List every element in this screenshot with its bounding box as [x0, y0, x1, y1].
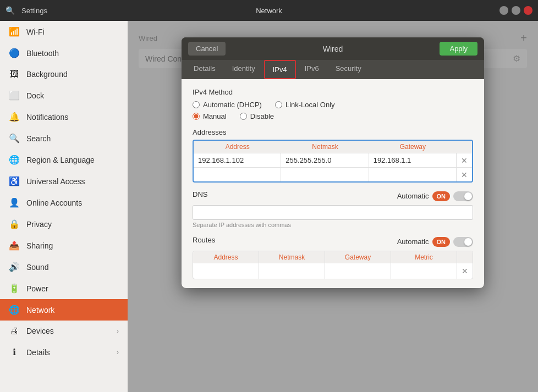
netmask-cell-2[interactable]	[281, 168, 369, 181]
sidebar-item-bluetooth[interactable]: 🔵Bluetooth	[0, 42, 128, 64]
delete-row-2-button[interactable]: ✕	[457, 168, 472, 181]
sidebar-item-power[interactable]: 🔋Power	[0, 278, 128, 299]
addresses-table: Address Netmask Gateway	[193, 140, 473, 183]
disable-option[interactable]: Disable	[240, 112, 274, 120]
sidebar-item-notifications[interactable]: 🔔Notifications	[0, 106, 128, 128]
maximize-button[interactable]	[512, 6, 520, 15]
dns-toggle-container: Automatic ON	[397, 191, 473, 201]
route-metric-header: Metric	[391, 251, 457, 263]
manual-option[interactable]: Manual	[193, 112, 227, 120]
actions-col-header	[457, 141, 472, 153]
bluetooth-icon: 🔵	[9, 48, 20, 58]
route-metric-input-1[interactable]	[396, 267, 452, 275]
gateway-cell-1[interactable]	[369, 153, 457, 167]
route-netmask-cell-1[interactable]	[259, 263, 325, 279]
routes-section: Routes Automatic ON Address Netmask	[193, 236, 473, 279]
route-address-cell-1[interactable]	[193, 263, 259, 279]
dns-input[interactable]	[193, 205, 473, 220]
sidebar-item-network[interactable]: 🌐Network	[0, 299, 128, 321]
route-gateway-input-1[interactable]	[330, 267, 386, 275]
sidebar-item-region[interactable]: 🌐Region & Language	[0, 149, 128, 170]
address-cell-2[interactable]	[194, 168, 281, 181]
disable-radio[interactable]	[240, 113, 247, 120]
details-icon: ℹ	[9, 347, 20, 357]
sidebar-item-online_accounts[interactable]: 👤Online Accounts	[0, 192, 128, 213]
gateway-input-1[interactable]	[374, 156, 452, 164]
route-gateway-cell-1[interactable]	[325, 263, 391, 279]
dns-toggle-switch[interactable]	[453, 191, 473, 201]
sidebar-item-sound[interactable]: 🔊Sound	[0, 256, 128, 278]
devices-arrow-icon: ›	[117, 327, 119, 335]
tab-security[interactable]: Security	[328, 60, 369, 79]
sidebar-item-devices[interactable]: 🖨Devices›	[0, 321, 128, 341]
sidebar-item-background[interactable]: 🖼Background	[0, 64, 128, 85]
manual-label: Manual	[203, 112, 227, 120]
manual-radio[interactable]	[193, 113, 200, 120]
universal-icon: ♿	[9, 176, 20, 186]
sidebar-item-search[interactable]: 🔍Search	[0, 128, 128, 149]
tab-ipv4[interactable]: IPv4	[264, 60, 296, 79]
netmask-input-1[interactable]	[286, 156, 364, 164]
content-area: Wired + Wired Connection ⚙ Cancel Wired …	[128, 21, 538, 392]
routes-table: Address Netmask Gateway Metric	[193, 251, 473, 279]
tab-ipv6[interactable]: IPv6	[297, 60, 327, 79]
link-local-option[interactable]: Link-Local Only	[275, 101, 335, 109]
delete-row-1-button[interactable]: ✕	[457, 153, 472, 167]
sidebar-item-label-sound: Sound	[26, 263, 119, 272]
sidebar-item-sharing[interactable]: 📤Sharing	[0, 235, 128, 256]
sidebar-item-label-sharing: Sharing	[26, 241, 119, 250]
online_accounts-icon: 👤	[9, 197, 20, 208]
background-icon: 🖼	[9, 69, 20, 79]
gateway-input-2[interactable]	[374, 170, 452, 179]
netmask-input-2[interactable]	[286, 170, 364, 179]
sidebar-item-label-search: Search	[26, 134, 119, 143]
address-row-2: ✕	[194, 168, 472, 181]
routes-table-header: Address Netmask Gateway Metric	[193, 251, 473, 263]
address-row-1: ✕	[194, 153, 472, 168]
sidebar-item-universal[interactable]: ♿Universal Access	[0, 170, 128, 192]
sidebar-item-privacy[interactable]: 🔒Privacy	[0, 213, 128, 235]
wired-dialog: Cancel Wired Apply DetailsIdentityIPv4IP…	[182, 37, 484, 288]
link-local-radio[interactable]	[275, 101, 282, 108]
method-options: Automatic (DHCP) Link-Local Only	[193, 101, 473, 109]
automatic-dhcp-option[interactable]: Automatic (DHCP)	[193, 101, 262, 109]
routes-toggle-switch[interactable]	[453, 237, 473, 247]
tab-identity[interactable]: Identity	[224, 60, 263, 79]
route-address-input-1[interactable]	[197, 267, 254, 275]
addresses-section: Addresses Address Netmask Gateway	[193, 128, 473, 183]
close-button[interactable]	[524, 6, 532, 15]
details-arrow-icon: ›	[117, 349, 119, 356]
dialog-titlebar: Cancel Wired Apply	[182, 37, 484, 60]
tab-details[interactable]: Details	[186, 60, 223, 79]
dns-hint: Separate IP addresses with commas	[193, 222, 473, 228]
sidebar-item-label-wifi: Wi-Fi	[26, 27, 119, 36]
sidebar-item-label-notifications: Notifications	[26, 113, 119, 122]
modal-overlay: Cancel Wired Apply DetailsIdentityIPv4IP…	[128, 21, 538, 392]
netmask-cell-1[interactable]	[281, 153, 369, 167]
method-label: IPv4 Method	[193, 88, 473, 96]
sidebar-item-label-bluetooth: Bluetooth	[26, 49, 119, 58]
delete-route-1-button[interactable]: ✕	[457, 263, 473, 279]
minimize-button[interactable]	[499, 6, 508, 15]
address-cell-1[interactable]	[194, 153, 281, 167]
sidebar-item-dock[interactable]: ⬜Dock	[0, 85, 128, 106]
sidebar-item-wifi[interactable]: 📶Wi-Fi	[0, 21, 128, 42]
route-netmask-header: Netmask	[259, 251, 325, 263]
route-metric-cell-1[interactable]	[391, 263, 457, 279]
gateway-cell-2[interactable]	[369, 168, 457, 181]
routes-toggle-on-label: ON	[432, 237, 451, 247]
sidebar-item-details[interactable]: ℹDetails›	[0, 341, 128, 363]
addresses-table-header: Address Netmask Gateway	[194, 141, 472, 153]
apply-button[interactable]: Apply	[440, 42, 477, 56]
address-input-1[interactable]	[198, 156, 276, 164]
titlebar: 🔍 Settings Network	[0, 0, 538, 21]
cancel-button[interactable]: Cancel	[188, 42, 226, 56]
automatic-dhcp-label: Automatic (DHCP)	[203, 101, 262, 109]
sidebar-item-label-online_accounts: Online Accounts	[26, 198, 119, 207]
routes-heading: Routes	[193, 236, 215, 244]
automatic-dhcp-radio[interactable]	[193, 101, 200, 108]
addresses-heading: Addresses	[193, 128, 473, 136]
address-input-2[interactable]	[198, 170, 276, 179]
route-netmask-input-1[interactable]	[263, 267, 320, 275]
sidebar-item-label-universal: Universal Access	[26, 177, 119, 186]
